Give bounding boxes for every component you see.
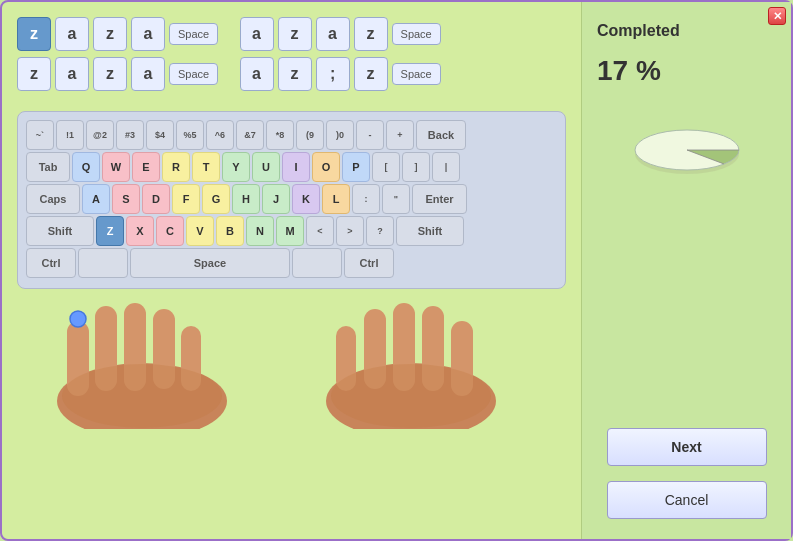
exercise-key: ; [316,57,350,91]
exercise-key: z [354,17,388,51]
exercise-key: z [354,57,388,91]
key-rctrl[interactable]: Ctrl [344,248,394,278]
key-s[interactable]: S [112,184,140,214]
key-a[interactable]: A [82,184,110,214]
key-enter[interactable]: Enter [412,184,467,214]
exercise-key: a [240,57,274,91]
key-u[interactable]: U [252,152,280,182]
key-p[interactable]: P [342,152,370,182]
exercise-key: z [17,57,51,91]
key-0[interactable]: )0 [326,120,354,150]
key-equal[interactable]: + [386,120,414,150]
key-slash[interactable]: ? [366,216,394,246]
key-g[interactable]: G [202,184,230,214]
key-w[interactable]: W [102,152,130,182]
exercise-row-2: z a z a Space a z ; z Space [17,57,566,91]
left-hand-svg [37,301,247,429]
key-lctrl[interactable]: Ctrl [26,248,76,278]
svg-point-7 [62,364,222,428]
key-minus[interactable]: - [356,120,384,150]
key-c[interactable]: C [156,216,184,246]
key-3[interactable]: #3 [116,120,144,150]
key-period[interactable]: > [336,216,364,246]
key-i[interactable]: I [282,152,310,182]
right-panel: Completed 17 % Next Cancel [581,2,791,539]
key-t[interactable]: T [192,152,220,182]
close-button[interactable]: ✕ [768,7,786,25]
exercise-area: z a z a Space a z a z Space z a z a Spac… [17,17,566,91]
pie-chart-svg [627,102,747,182]
key-v[interactable]: V [186,216,214,246]
key-5[interactable]: %5 [176,120,204,150]
key-j[interactable]: J [262,184,290,214]
key-4[interactable]: $4 [146,120,174,150]
key-2[interactable]: @2 [86,120,114,150]
keyboard: ~` !1 @2 #3 $4 %5 ^6 &7 *8 (9 )0 - + Bac… [17,111,566,289]
space-button[interactable]: Space [392,63,441,85]
main-window: ✕ z a z a Space a z a z Space z a [0,0,793,541]
key-caps[interactable]: Caps [26,184,80,214]
svg-point-14 [331,364,491,428]
keyboard-row-2: Caps A S D F G H J K L : " Enter [26,184,557,214]
key-z[interactable]: Z [96,216,124,246]
key-back[interactable]: Back [416,120,466,150]
key-quote[interactable]: " [382,184,410,214]
exercise-key: a [240,17,274,51]
key-h[interactable]: H [232,184,260,214]
cancel-button[interactable]: Cancel [607,481,767,519]
key-rshift[interactable]: Shift [396,216,464,246]
key-x[interactable]: X [126,216,154,246]
key-backslash[interactable]: | [432,152,460,182]
key-tab[interactable]: Tab [26,152,70,182]
space-button[interactable]: Space [169,63,218,85]
hands-illustration [17,299,566,429]
key-l[interactable]: L [322,184,350,214]
keyboard-row-0: ~` !1 @2 #3 $4 %5 ^6 &7 *8 (9 )0 - + Bac… [26,120,557,150]
exercise-key: a [131,57,165,91]
key-space[interactable]: Space [130,248,290,278]
space-button[interactable]: Space [392,23,441,45]
exercise-key: z [17,17,51,51]
key-k[interactable]: K [292,184,320,214]
key-lbracket[interactable]: [ [372,152,400,182]
exercise-key: a [131,17,165,51]
right-hand-svg [306,301,516,429]
exercise-key: z [278,17,312,51]
exercise-key: a [55,17,89,51]
key-fn1[interactable] [78,248,128,278]
key-n[interactable]: N [246,216,274,246]
key-q[interactable]: Q [72,152,100,182]
key-d[interactable]: D [142,184,170,214]
exercise-key: z [93,57,127,91]
key-comma[interactable]: < [306,216,334,246]
key-m[interactable]: M [276,216,304,246]
key-y[interactable]: Y [222,152,250,182]
key-7[interactable]: &7 [236,120,264,150]
keyboard-row-1: Tab Q W E R T Y U I O P [ ] | [26,152,557,182]
space-button[interactable]: Space [169,23,218,45]
key-fn2[interactable] [292,248,342,278]
next-button[interactable]: Next [607,428,767,466]
key-o[interactable]: O [312,152,340,182]
key-9[interactable]: (9 [296,120,324,150]
left-panel: z a z a Space a z a z Space z a z a Spac… [2,2,581,539]
key-1[interactable]: !1 [56,120,84,150]
exercise-key: z [278,57,312,91]
percent-value: 17 % [597,55,661,87]
key-8[interactable]: *8 [266,120,294,150]
key-b[interactable]: B [216,216,244,246]
key-f[interactable]: F [172,184,200,214]
key-6[interactable]: ^6 [206,120,234,150]
key-lshift[interactable]: Shift [26,216,94,246]
key-e[interactable]: E [132,152,160,182]
key-backtick[interactable]: ~` [26,120,54,150]
key-colon[interactable]: : [352,184,380,214]
key-rbracket[interactable]: ] [402,152,430,182]
keyboard-row-4: Ctrl Space Ctrl [26,248,557,278]
pie-chart [627,102,747,182]
keyboard-row-3: Shift Z X C V B N M < > ? Shift [26,216,557,246]
exercise-key: z [93,17,127,51]
key-r[interactable]: R [162,152,190,182]
exercise-key: a [316,17,350,51]
exercise-row-1: z a z a Space a z a z Space [17,17,566,51]
